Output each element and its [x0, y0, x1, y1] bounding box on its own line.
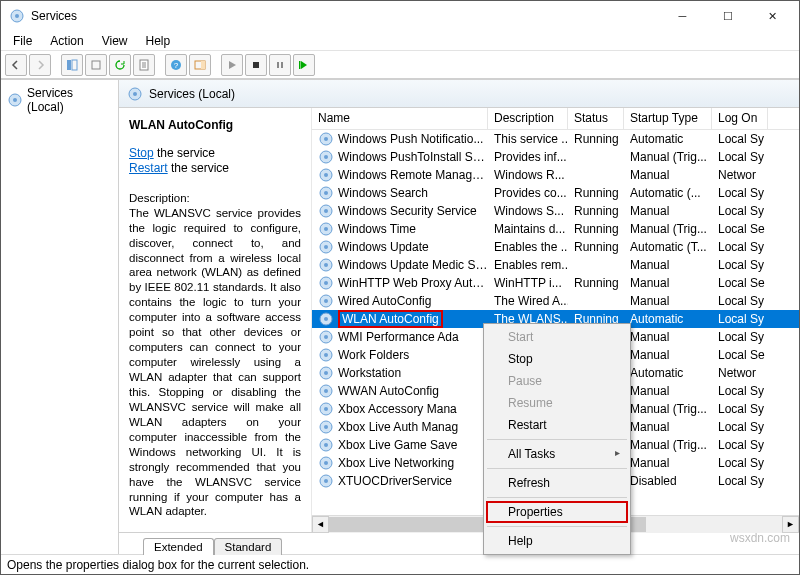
service-name: Windows Time — [338, 222, 416, 236]
scroll-right-button[interactable]: ► — [782, 516, 799, 533]
service-description: This service ... — [488, 132, 568, 146]
service-name: Windows Update Medic Ser... — [338, 258, 488, 272]
service-startup-type: Manual (Trig... — [624, 150, 712, 164]
col-name[interactable]: Name — [312, 108, 488, 129]
service-status: Running — [568, 186, 624, 200]
gear-icon — [318, 221, 334, 237]
service-row[interactable]: Windows Security ServiceWindows S...Runn… — [312, 202, 799, 220]
service-row[interactable]: Windows PushToInstall Serv...Provides in… — [312, 148, 799, 166]
svg-rect-3 — [72, 60, 77, 70]
ctx-pause: Pause — [486, 370, 628, 392]
stop-link[interactable]: Stop — [129, 146, 154, 160]
stop-service-button[interactable] — [245, 54, 267, 76]
service-row[interactable]: Windows UpdateEnables the ...RunningAuto… — [312, 238, 799, 256]
gear-icon — [318, 131, 334, 147]
description-label: Description: — [129, 191, 301, 206]
svg-point-39 — [324, 317, 328, 321]
menubar: File Action View Help — [1, 31, 799, 51]
service-startup-type: Manual — [624, 456, 712, 470]
gear-icon — [318, 383, 334, 399]
service-row[interactable]: Wired AutoConfigThe Wired A...ManualLoca… — [312, 292, 799, 310]
tree-root-services[interactable]: Services (Local) — [1, 84, 118, 116]
tab-standard[interactable]: Standard — [214, 538, 283, 555]
col-status[interactable]: Status — [568, 108, 624, 129]
minimize-button[interactable]: ─ — [660, 2, 705, 30]
window-title: Services — [31, 9, 660, 23]
tab-extended[interactable]: Extended — [143, 538, 214, 555]
col-logon[interactable]: Log On — [712, 108, 768, 129]
refresh-button[interactable] — [109, 54, 131, 76]
service-name: Workstation — [338, 366, 401, 380]
service-description: Enables rem... — [488, 258, 568, 272]
service-status: Running — [568, 132, 624, 146]
ctx-help[interactable]: Help — [486, 530, 628, 552]
export-button[interactable] — [85, 54, 107, 76]
back-button[interactable] — [5, 54, 27, 76]
menu-help[interactable]: Help — [138, 32, 179, 50]
service-row[interactable]: Windows TimeMaintains d...RunningManual … — [312, 220, 799, 238]
maximize-button[interactable]: ☐ — [705, 2, 750, 30]
service-row[interactable]: WinHTTP Web Proxy Auto-...WinHTTP i...Ru… — [312, 274, 799, 292]
service-startup-type: Disabled — [624, 474, 712, 488]
service-startup-type: Automatic — [624, 132, 712, 146]
panel-header: Services (Local) — [119, 80, 799, 108]
svg-text:?: ? — [174, 61, 179, 70]
close-button[interactable]: ✕ — [750, 2, 795, 30]
watermark: wsxdn.com — [730, 531, 790, 545]
forward-button[interactable] — [29, 54, 51, 76]
svg-point-31 — [324, 245, 328, 249]
toolbar: ? — [1, 51, 799, 79]
tree-panel: Services (Local) — [1, 80, 119, 554]
pause-service-button[interactable] — [269, 54, 291, 76]
svg-point-15 — [13, 98, 17, 102]
svg-point-49 — [324, 407, 328, 411]
action-pane-button[interactable] — [189, 54, 211, 76]
svg-point-23 — [324, 173, 328, 177]
service-row[interactable]: Windows Update Medic Ser...Enables rem..… — [312, 256, 799, 274]
service-name: Windows Search — [338, 186, 428, 200]
ctx-restart[interactable]: Restart — [486, 414, 628, 436]
restart-service-button[interactable] — [293, 54, 315, 76]
ctx-properties[interactable]: Properties — [486, 501, 628, 523]
svg-point-21 — [324, 155, 328, 159]
gear-icon — [318, 239, 334, 255]
menu-action[interactable]: Action — [42, 32, 91, 50]
service-startup-type: Automatic — [624, 312, 712, 326]
service-logon: Local Sy — [712, 186, 768, 200]
ctx-refresh[interactable]: Refresh — [486, 472, 628, 494]
ctx-stop[interactable]: Stop — [486, 348, 628, 370]
service-logon: Local Sy — [712, 330, 768, 344]
properties-button[interactable] — [133, 54, 155, 76]
menu-view[interactable]: View — [94, 32, 136, 50]
service-name: WMI Performance Ada — [338, 330, 459, 344]
service-description: Windows R... — [488, 168, 568, 182]
menu-file[interactable]: File — [5, 32, 40, 50]
svg-point-51 — [324, 425, 328, 429]
service-description: WinHTTP i... — [488, 276, 568, 290]
gear-icon — [318, 347, 334, 363]
service-description: Maintains d... — [488, 222, 568, 236]
scroll-left-button[interactable]: ◄ — [312, 516, 329, 533]
gear-icon — [318, 437, 334, 453]
col-description[interactable]: Description — [488, 108, 568, 129]
selected-service-title: WLAN AutoConfig — [129, 118, 301, 134]
service-logon: Local Sy — [712, 438, 768, 452]
service-logon: Local Sy — [712, 204, 768, 218]
help-button[interactable]: ? — [165, 54, 187, 76]
service-description: Enables the ... — [488, 240, 568, 254]
gear-icon — [318, 365, 334, 381]
col-startup-type[interactable]: Startup Type — [624, 108, 712, 129]
service-name: Windows Security Service — [338, 204, 477, 218]
service-logon: Local Sy — [712, 150, 768, 164]
start-service-button[interactable] — [221, 54, 243, 76]
ctx-all-tasks[interactable]: All Tasks — [486, 443, 628, 465]
description-body: The WLANSVC service provides the logic r… — [129, 206, 301, 520]
service-row[interactable]: Windows SearchProvides co...RunningAutom… — [312, 184, 799, 202]
service-row[interactable]: Windows Push Notificatio...This service … — [312, 130, 799, 148]
gear-icon — [318, 167, 334, 183]
gear-icon — [318, 473, 334, 489]
service-row[interactable]: Windows Remote Manage...Windows R...Manu… — [312, 166, 799, 184]
show-hide-tree-button[interactable] — [61, 54, 83, 76]
restart-link[interactable]: Restart — [129, 161, 168, 175]
service-description: Provides inf... — [488, 150, 568, 164]
